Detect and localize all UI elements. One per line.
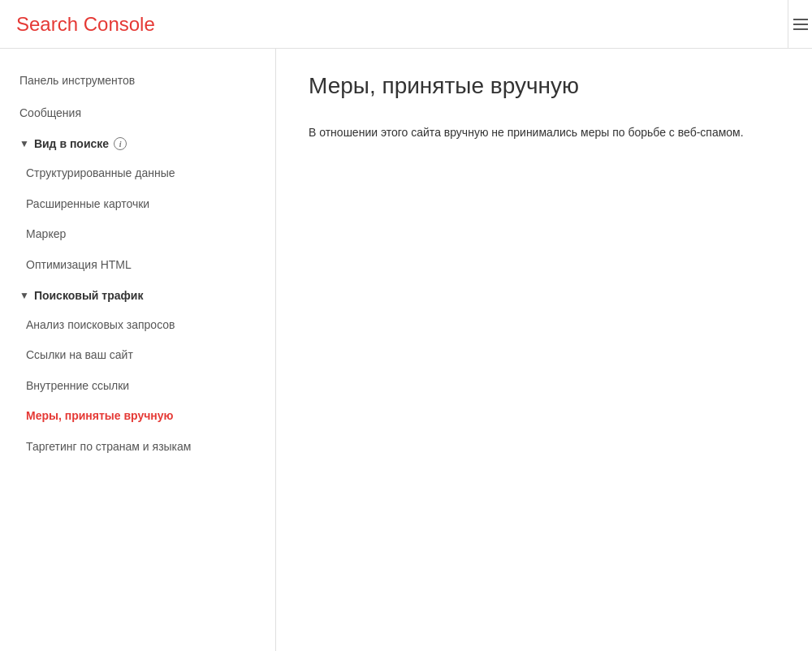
sidebar-section-label-2: Поисковый трафик xyxy=(34,289,144,302)
sidebar-item-messages[interactable]: Сообщения xyxy=(0,97,275,130)
page-description: В отношении этого сайта вручную не прини… xyxy=(309,123,780,141)
collapse-arrow-icon: ▼ xyxy=(19,138,29,149)
sidebar-item-internal-links[interactable]: Внутренние ссылки xyxy=(0,371,275,402)
sidebar-item-search-analytics[interactable]: Анализ поисковых запросов xyxy=(0,310,275,341)
main-layout: Панель инструментов Сообщения ▼ Вид в по… xyxy=(0,49,812,651)
sidebar-section-search-appearance[interactable]: ▼ Вид в поиске i xyxy=(0,129,275,158)
header-right xyxy=(788,0,812,49)
sidebar-item-rich-cards[interactable]: Расширенные карточки xyxy=(0,189,275,220)
menu-button[interactable] xyxy=(788,0,812,49)
sidebar-item-marker[interactable]: Маркер xyxy=(0,219,275,250)
menu-bar-2 xyxy=(793,24,808,25)
page-title: Меры, принятые вручную xyxy=(309,73,780,99)
sidebar-item-html-optimization[interactable]: Оптимизация HTML xyxy=(0,250,275,281)
header: Search Console xyxy=(0,0,812,49)
sidebar-item-manual-actions[interactable]: Меры, принятые вручную xyxy=(0,401,275,432)
sidebar-item-dashboard[interactable]: Панель инструментов xyxy=(0,65,275,97)
sidebar-item-structured-data[interactable]: Структурированные данные xyxy=(0,158,275,189)
sidebar-item-links-to-site[interactable]: Ссылки на ваш сайт xyxy=(0,340,275,371)
sidebar-section-search-traffic[interactable]: ▼ Поисковый трафик xyxy=(0,281,275,310)
menu-bar-1 xyxy=(793,19,808,20)
menu-bar-3 xyxy=(793,28,808,30)
info-icon[interactable]: i xyxy=(114,137,127,150)
main-content: Меры, принятые вручную В отношении этого… xyxy=(276,49,812,651)
sidebar-section-label: Вид в поиске xyxy=(34,137,109,150)
sidebar-item-international-targeting[interactable]: Таргетинг по странам и языкам xyxy=(0,432,275,463)
app-title: Search Console xyxy=(16,13,155,36)
collapse-arrow-icon-2: ▼ xyxy=(19,290,29,301)
sidebar: Панель инструментов Сообщения ▼ Вид в по… xyxy=(0,49,276,651)
